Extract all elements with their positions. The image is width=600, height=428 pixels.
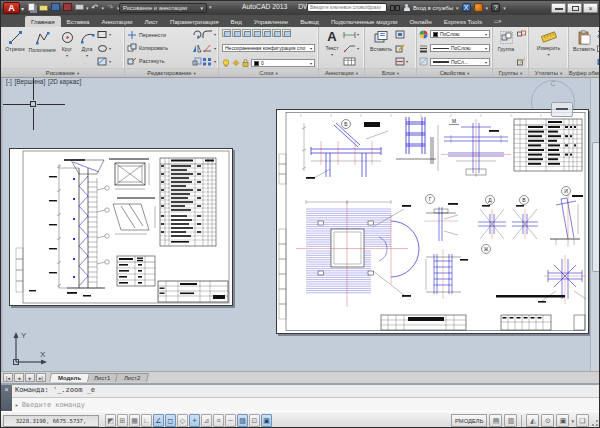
- grid-display-toggle[interactable]: ▦: [129, 414, 140, 427]
- dimension-button[interactable]: ▾: [343, 30, 359, 39]
- clean-screen-icon[interactable]: ❏: [576, 414, 589, 427]
- prev-layout-button[interactable]: ◂: [14, 373, 24, 382]
- quick-view-layouts-icon[interactable]: ▤: [489, 414, 502, 427]
- panel-properties-footer[interactable]: Свойства▾: [417, 68, 492, 77]
- viewport-view-control[interactable]: [Вершина]: [14, 78, 45, 85]
- layer-lock-icon[interactable]: [262, 29, 271, 37]
- last-layout-button[interactable]: ▸|: [36, 373, 46, 382]
- tab-layout2[interactable]: Лист2: [115, 373, 149, 382]
- text-button[interactable]: A Текст ▾: [321, 28, 343, 68]
- object-snap-tracking-toggle[interactable]: +: [189, 414, 200, 427]
- leader-button[interactable]: ▾: [343, 44, 359, 53]
- communication-center-icon[interactable]: [474, 3, 483, 12]
- move-button[interactable]: Перенести: [127, 30, 192, 40]
- undo-button[interactable]: ↶: [91, 3, 101, 12]
- vertical-scrollbar[interactable]: [590, 78, 600, 371]
- create-block-button[interactable]: [395, 30, 408, 39]
- search-input[interactable]: [307, 3, 387, 12]
- array-button[interactable]: ▾: [202, 57, 216, 66]
- sign-in-button[interactable]: Вход в службы: [413, 5, 453, 11]
- stretch-button[interactable]: Растянуть: [127, 56, 192, 66]
- viewport-menu-control[interactable]: [-]: [6, 78, 12, 85]
- undo-dropdown-icon[interactable]: ▾: [102, 5, 105, 11]
- arc-button[interactable]: Дуга ▾: [77, 28, 97, 68]
- lineweight-toggle[interactable]: ─: [225, 414, 236, 427]
- layer-state-dropdown[interactable]: Несохраненная конфигурация сло ▾: [222, 44, 315, 52]
- ortho-mode-toggle[interactable]: ∟: [141, 414, 152, 427]
- qat-customize-icon[interactable]: ▾: [209, 4, 212, 10]
- command-close-icon[interactable]: ×: [4, 386, 8, 393]
- tab-vid[interactable]: Вид: [225, 16, 248, 27]
- layer-isolate-icon[interactable]: [242, 29, 251, 37]
- group-button[interactable]: Группа: [495, 28, 517, 68]
- lineweight-list-icon[interactable]: [419, 44, 428, 53]
- rotate-button[interactable]: [192, 30, 202, 39]
- table-button[interactable]: [343, 57, 359, 66]
- vertical-scrollbar-thumb[interactable]: [592, 142, 600, 272]
- minimize-button[interactable]: [551, 3, 566, 13]
- 3d-object-snap-toggle[interactable]: ◇: [177, 414, 188, 427]
- new-button[interactable]: [27, 3, 37, 12]
- plot-button[interactable]: [75, 3, 85, 12]
- redo-button[interactable]: ↷: [106, 3, 116, 12]
- group-edit-button[interactable]: [517, 58, 526, 66]
- command-input[interactable]: ▸ Введите команду: [12, 398, 600, 411]
- polyline-button[interactable]: Полилиния: [27, 28, 57, 68]
- model-paper-toggle[interactable]: РМОДЕЛЬ: [451, 414, 487, 427]
- polar-tracking-toggle[interactable]: ∠: [153, 414, 164, 427]
- annotation-visibility-icon[interactable]: ◭: [526, 414, 539, 427]
- object-color-dropdown[interactable]: ПоСлою ▾: [430, 30, 490, 38]
- scale-button[interactable]: [192, 57, 202, 66]
- application-menu-button[interactable]: A: [3, 2, 20, 14]
- search-icon[interactable]: [390, 4, 400, 12]
- layer-walk-icon[interactable]: [282, 29, 291, 37]
- panel-utilities-footer[interactable]: Утилиты▾: [529, 68, 568, 77]
- infer-constraints-toggle[interactable]: ◩: [105, 414, 116, 427]
- layer-match-icon[interactable]: [272, 29, 281, 37]
- transparency-icon[interactable]: [419, 57, 428, 66]
- layer-freeze-icon[interactable]: [252, 29, 261, 37]
- panel-draw-footer[interactable]: Рисование▾: [1, 68, 124, 77]
- tab-vstavka[interactable]: Вставка: [61, 16, 96, 27]
- copy-button[interactable]: Копировать: [127, 43, 192, 53]
- resize-grip[interactable]: [591, 414, 599, 427]
- line-button[interactable]: Отрезок: [3, 28, 27, 68]
- panel-layers-footer[interactable]: Слои▾: [219, 68, 318, 77]
- mirror-button[interactable]: [192, 44, 202, 53]
- layer-off-icon[interactable]: [232, 29, 241, 37]
- layer-current-dropdown[interactable]: 0 ▾: [251, 59, 315, 67]
- ellipse-button[interactable]: ▾: [97, 44, 111, 53]
- help-button[interactable]: ?: [491, 3, 500, 12]
- fillet-button[interactable]: ▾: [202, 30, 216, 39]
- layer-freeze-sun-icon[interactable]: [232, 59, 240, 67]
- dynamic-ucs-toggle[interactable]: ⊿: [201, 414, 212, 427]
- close-button[interactable]: ×: [583, 3, 598, 13]
- restore-button[interactable]: [567, 3, 582, 13]
- snap-mode-toggle[interactable]: ⊞: [117, 414, 128, 427]
- tab-upravlenie[interactable]: Управление: [248, 16, 294, 27]
- tab-vyvod[interactable]: Вывод: [294, 16, 325, 27]
- tab-express-tools[interactable]: Express Tools: [438, 16, 488, 27]
- rectangle-button[interactable]: ▾: [97, 30, 111, 39]
- workspace-switcher[interactable]: Рисование и аннотации ▾: [119, 3, 207, 13]
- tab-model[interactable]: Модель: [49, 373, 90, 382]
- quick-properties-toggle[interactable]: ⊡: [249, 414, 260, 427]
- panel-annotation-footer[interactable]: Аннотации▾: [319, 68, 364, 77]
- ribbon-minimize-button[interactable]: ▭▾: [494, 18, 501, 27]
- comm-dropdown-icon[interactable]: ▾: [486, 5, 489, 11]
- circle-button[interactable]: Круг ▾: [57, 28, 77, 68]
- quick-view-drawings-icon[interactable]: ▥: [504, 414, 517, 427]
- save-button[interactable]: [51, 3, 61, 12]
- open-button[interactable]: [39, 3, 49, 12]
- tab-parametrizatsiya[interactable]: Параметризация: [164, 16, 225, 27]
- selection-cycling-toggle[interactable]: ▣: [261, 414, 272, 427]
- lineweight-dropdown[interactable]: ПоСл... ▾: [430, 58, 490, 66]
- trim-button[interactable]: ▾: [202, 44, 216, 53]
- linetype-dropdown[interactable]: ПоСлою ▾: [430, 44, 490, 52]
- tab-moduli[interactable]: Подключенные модули: [325, 16, 404, 27]
- status-menu-icon[interactable]: ▾: [571, 418, 574, 424]
- next-layout-button[interactable]: ▸: [25, 373, 35, 382]
- edit-block-button[interactable]: [395, 44, 408, 53]
- annotation-scale-icon[interactable]: ▣: [556, 414, 569, 427]
- dynamic-input-toggle[interactable]: ≡: [213, 414, 224, 427]
